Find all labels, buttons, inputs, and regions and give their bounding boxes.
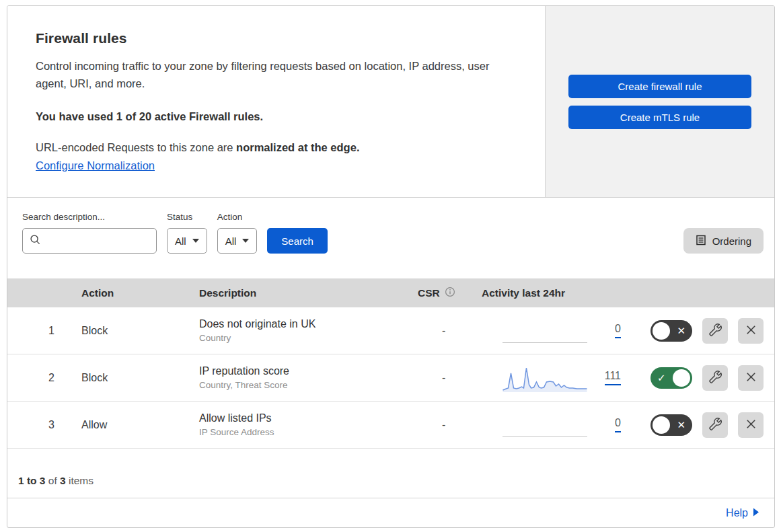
empty-sparkline-baseline xyxy=(503,436,587,437)
ordering-label: Ordering xyxy=(712,235,751,247)
empty-sparkline-baseline xyxy=(503,342,587,343)
help-link[interactable]: Help xyxy=(726,507,759,519)
filter-bar: Search description... Status All Action … xyxy=(7,198,774,278)
search-label: Search description... xyxy=(22,212,157,223)
column-action: Action xyxy=(68,287,186,299)
arrow-right-icon xyxy=(753,507,759,519)
rule-description: IP reputation score xyxy=(199,365,404,377)
delete-rule-button[interactable] xyxy=(738,412,764,438)
wrench-icon xyxy=(709,371,722,385)
status-label: Status xyxy=(167,212,207,223)
csr-value: - xyxy=(404,325,465,337)
rule-criteria: Country, Threat Score xyxy=(199,380,404,390)
normalization-prefix: URL-encoded Requests to this zone are xyxy=(36,141,236,153)
activity-sparkline xyxy=(503,411,587,439)
table-header: Action Description CSR Activity last 24h… xyxy=(7,278,774,307)
csr-value: - xyxy=(404,419,465,431)
rule-index: 1 xyxy=(7,325,68,337)
rule-controls: ✓ xyxy=(626,365,774,391)
rule-action: Block xyxy=(68,372,186,384)
rule-criteria: Country xyxy=(199,333,404,343)
action-label: Action xyxy=(217,212,258,223)
toggle-knob xyxy=(673,369,690,387)
header-text-block: Firewall rules Control incoming traffic … xyxy=(7,6,546,197)
x-icon xyxy=(745,324,757,338)
search-icon xyxy=(30,234,41,248)
create-firewall-rule-button[interactable]: Create firewall rule xyxy=(568,75,751,98)
header-section: Firewall rules Control incoming traffic … xyxy=(7,6,774,198)
rule-row: 2 Block IP reputation score Country, Thr… xyxy=(7,354,774,402)
enable-toggle[interactable]: ✕ xyxy=(650,414,692,436)
rule-criteria: IP Source Address xyxy=(199,427,404,437)
toggle-state-icon: ✓ xyxy=(657,373,666,383)
rule-controls: ✕ xyxy=(626,412,774,438)
status-filter-group: Status All xyxy=(167,212,207,254)
toggle-state-icon: ✕ xyxy=(677,326,685,336)
edit-rule-button[interactable] xyxy=(702,412,728,438)
csr-value: - xyxy=(404,372,465,384)
of-text: of xyxy=(48,475,57,486)
page-title: Firewall rules xyxy=(36,30,518,46)
column-description: Description xyxy=(186,287,404,299)
normalization-bold: normalized at the edge. xyxy=(236,141,359,153)
x-icon xyxy=(745,371,757,385)
rule-description-cell: Allow listed IPs IP Source Address xyxy=(186,412,404,437)
edit-rule-button[interactable] xyxy=(702,318,728,344)
rule-action: Allow xyxy=(68,419,186,431)
rule-description-cell: IP reputation score Country, Threat Scor… xyxy=(186,365,404,390)
wrench-icon xyxy=(709,418,722,432)
activity-cell: 0 xyxy=(465,411,626,439)
activity-cell: 0 xyxy=(465,317,626,345)
action-filter-group: Action All xyxy=(217,212,258,254)
rule-index: 2 xyxy=(7,372,68,384)
search-box[interactable] xyxy=(22,228,157,254)
help-label: Help xyxy=(726,507,748,519)
chevron-down-icon xyxy=(192,239,199,243)
chevron-down-icon xyxy=(242,239,249,243)
range-text: 1 to 3 xyxy=(18,475,45,486)
delete-rule-button[interactable] xyxy=(738,365,764,391)
pagination-summary: 1 to 3 of 3 items xyxy=(7,449,774,498)
toggle-knob xyxy=(653,416,670,434)
activity-cell: 111 xyxy=(465,364,626,392)
delete-rule-button[interactable] xyxy=(738,318,764,344)
activity-count-link[interactable]: 0 xyxy=(615,418,621,432)
create-mtls-rule-button[interactable]: Create mTLS rule xyxy=(568,106,751,129)
search-button[interactable]: Search xyxy=(267,228,328,254)
items-text: items xyxy=(69,475,94,486)
toggle-state-icon: ✕ xyxy=(677,420,685,430)
activity-count-link[interactable]: 111 xyxy=(605,371,621,385)
rule-row: 1 Block Does not originate in UK Country… xyxy=(7,307,774,354)
configure-normalization-link[interactable]: Configure Normalization xyxy=(36,159,155,172)
help-row: Help xyxy=(7,498,774,527)
activity-sparkline xyxy=(503,317,587,345)
column-activity: Activity last 24hr xyxy=(465,287,626,299)
column-csr: CSR xyxy=(404,287,465,300)
rule-description: Does not originate in UK xyxy=(199,318,404,330)
info-icon[interactable] xyxy=(445,287,455,300)
status-value: All xyxy=(175,235,186,247)
rule-description-cell: Does not originate in UK Country xyxy=(186,318,404,343)
toggle-knob xyxy=(653,322,670,340)
rule-row: 3 Allow Allow listed IPs IP Source Addre… xyxy=(7,402,774,449)
activity-count-link[interactable]: 0 xyxy=(615,324,621,338)
status-dropdown[interactable]: All xyxy=(167,228,207,254)
usage-statement: You have used 1 of 20 active Firewall ru… xyxy=(36,110,518,123)
edit-rule-button[interactable] xyxy=(702,365,728,391)
actions-panel: Create firewall rule Create mTLS rule xyxy=(546,6,774,197)
action-dropdown[interactable]: All xyxy=(217,228,258,254)
firewall-rules-panel: Firewall rules Control incoming traffic … xyxy=(7,5,775,528)
rule-controls: ✕ xyxy=(626,318,774,344)
csr-header-label: CSR xyxy=(418,287,440,299)
rule-action: Block xyxy=(68,325,186,337)
list-document-icon xyxy=(696,235,706,248)
enable-toggle[interactable]: ✓ xyxy=(650,367,692,389)
ordering-button[interactable]: Ordering xyxy=(683,228,764,254)
search-input[interactable] xyxy=(46,235,149,247)
activity-sparkline xyxy=(503,364,587,392)
rule-description: Allow listed IPs xyxy=(199,412,404,424)
search-group: Search description... xyxy=(22,212,157,254)
enable-toggle[interactable]: ✕ xyxy=(650,320,692,342)
normalization-statement: URL-encoded Requests to this zone are no… xyxy=(36,141,518,154)
wrench-icon xyxy=(709,324,722,338)
